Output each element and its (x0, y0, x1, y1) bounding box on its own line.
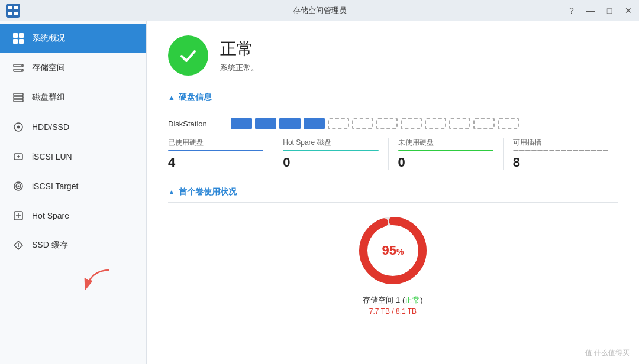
disk-slot-6 (352, 118, 373, 129)
stat-label-unused: 未使用硬盘 (398, 138, 493, 148)
status-section: 正常 系统正常。 (168, 35, 618, 76)
stat-value-unused: 0 (398, 155, 493, 170)
svg-point-17 (17, 126, 20, 129)
disk-slot-10 (449, 118, 470, 129)
svg-rect-2 (14, 6, 18, 9)
svg-rect-3 (8, 12, 12, 15)
svg-rect-14 (14, 96, 23, 99)
stat-hotspare: Hot Spare 磁盘 0 (273, 138, 388, 170)
disk-info-header[interactable]: ▲ 硬盘信息 (168, 92, 618, 108)
status-text-block: 正常 系统正常。 (220, 38, 259, 73)
disk-slot-2 (255, 118, 276, 129)
sidebar: 系统概况 存储空间 磁盘群组 (0, 21, 147, 364)
sidebar-label-iscsi-target: iSCSI Target (32, 181, 78, 191)
disk-slot-7 (376, 118, 398, 129)
stat-underline-hotspare (283, 150, 378, 151)
stat-label-available: 可用插槽 (513, 138, 608, 148)
stat-value-used: 4 (168, 155, 263, 170)
sidebar-item-ssd-cache[interactable]: SSD 缓存 (0, 230, 146, 260)
diskgroup-icon (12, 91, 25, 104)
status-icon-circle (168, 35, 208, 76)
stat-label-hotspare: Hot Spare 磁盘 (283, 138, 378, 148)
sidebar-item-overview[interactable]: 系统概况 (0, 24, 146, 53)
donut-percent: 95% (382, 243, 404, 258)
sidebar-item-storage[interactable]: 存储空间 (0, 53, 146, 83)
donut-chart: 95% (354, 212, 431, 289)
disk-slot-5 (328, 118, 349, 129)
disk-slot-3 (279, 118, 301, 129)
donut-container: 95% 存储空间 1 (正常) 7.7 TB / 8.1 TB (168, 212, 618, 316)
sidebar-label-ssd-cache: SSD 缓存 (32, 240, 68, 251)
window-title: 存储空间管理员 (293, 5, 347, 16)
stats-row: 已使用硬盘 4 Hot Spare 磁盘 0 未使用硬盘 0 可用插槽 (168, 138, 618, 170)
disk-info-title: 硬盘信息 (179, 92, 212, 103)
volume-usage: 7.7 TB / 8.1 TB (369, 307, 417, 316)
minimize-button[interactable]: — (585, 6, 596, 15)
sidebar-label-overview: 系统概况 (32, 33, 65, 44)
close-button[interactable]: ✕ (622, 6, 634, 15)
sidebar-label-storage: 存储空间 (32, 63, 65, 73)
window-controls: ? — □ ✕ (566, 0, 634, 21)
maximize-button[interactable]: □ (604, 6, 615, 15)
stat-unused: 未使用硬盘 0 (389, 138, 504, 170)
disk-slot-11 (473, 118, 495, 129)
stat-used-disks: 已使用硬盘 4 (168, 138, 273, 170)
stat-underline-available (513, 150, 608, 151)
diskstation-label: DiskStation (168, 119, 221, 128)
svg-point-23 (18, 186, 20, 187)
disk-slot-9 (425, 118, 446, 129)
disk-slot-4 (304, 118, 325, 129)
stat-value-available: 8 (513, 155, 608, 170)
disk-info-section: ▲ 硬盘信息 DiskStation (168, 92, 618, 170)
sidebar-item-hdd[interactable]: HDD/SSD (0, 112, 146, 142)
sidebar-label-diskgroup: 磁盘群组 (32, 92, 65, 103)
disk-slot-8 (401, 118, 422, 129)
svg-rect-4 (14, 12, 18, 15)
sidebar-label-hotspare: Hot Spare (32, 211, 69, 220)
stat-underline-used (168, 150, 263, 151)
sidebar-label-iscsi-lun: iSCSI LUN (32, 152, 72, 161)
sidebar-item-hotspare[interactable]: Hot Spare (0, 201, 146, 230)
grid-icon (12, 32, 25, 45)
volume-chevron-icon: ▲ (168, 188, 175, 196)
diskstation-row: DiskStation (168, 118, 618, 129)
stat-label-used: 已使用硬盘 (168, 138, 263, 148)
volume-section: ▲ 首个卷使用状况 95% 存储空间 1 (正常) 7 (168, 187, 618, 316)
main-content: 正常 系统正常。 ▲ 硬盘信息 DiskStation (147, 21, 639, 364)
volume-name: 存储空间 1 (正常) (363, 295, 422, 306)
ssd-icon (12, 239, 25, 252)
iscsi-icon (12, 150, 25, 163)
svg-rect-7 (13, 39, 18, 44)
hotspare-icon (12, 209, 25, 222)
stat-underline-unused (398, 150, 493, 151)
stat-value-hotspare: 0 (283, 155, 378, 170)
svg-rect-1 (8, 6, 12, 9)
svg-rect-0 (6, 4, 20, 18)
sidebar-item-iscsi-lun[interactable]: iSCSI LUN (0, 142, 146, 171)
svg-rect-13 (14, 93, 23, 96)
sidebar-item-iscsi-target[interactable]: iSCSI Target (0, 171, 146, 201)
app-logo (6, 4, 20, 18)
disk-slot-12 (498, 118, 519, 129)
main-layout: 系统概况 存储空间 磁盘群组 (0, 21, 639, 364)
chevron-icon: ▲ (168, 93, 175, 102)
target-icon (12, 180, 25, 193)
stat-available-slots: 可用插槽 8 (504, 138, 618, 170)
status-title: 正常 (220, 38, 259, 60)
volume-title: 首个卷使用状况 (179, 187, 237, 197)
sidebar-item-diskgroup[interactable]: 磁盘群组 (0, 83, 146, 112)
svg-rect-8 (19, 39, 24, 44)
svg-point-11 (21, 65, 22, 66)
volume-header[interactable]: ▲ 首个卷使用状况 (168, 187, 618, 203)
disk-slot-1 (231, 118, 252, 129)
sidebar-label-hdd: HDD/SSD (32, 122, 69, 132)
storage-icon (12, 61, 25, 74)
hdd-icon (12, 121, 25, 134)
help-button[interactable]: ? (566, 6, 577, 15)
svg-rect-6 (19, 33, 24, 38)
status-subtitle: 系统正常。 (220, 63, 259, 73)
svg-rect-15 (14, 99, 23, 102)
watermark: 值·什么值得买 (585, 348, 630, 358)
titlebar: 存储空间管理员 ? — □ ✕ (0, 0, 639, 21)
arrow-annotation (80, 267, 115, 299)
